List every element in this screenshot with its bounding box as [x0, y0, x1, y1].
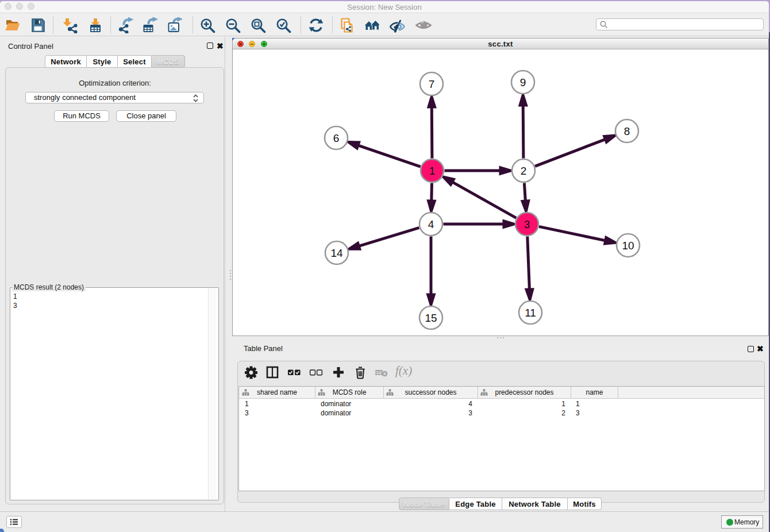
svg-text:10: 10 — [622, 240, 634, 252]
svg-text:9: 9 — [520, 76, 526, 88]
svg-text:14: 14 — [330, 247, 343, 259]
svg-text:7: 7 — [429, 78, 435, 90]
svg-text:1: 1 — [429, 165, 436, 177]
svg-text:2: 2 — [521, 165, 527, 177]
svg-text:15: 15 — [425, 312, 437, 324]
svg-text:8: 8 — [624, 125, 630, 137]
svg-text:6: 6 — [333, 132, 340, 144]
svg-text:3: 3 — [524, 218, 530, 230]
svg-text:11: 11 — [525, 307, 536, 319]
svg-text:4: 4 — [428, 218, 434, 230]
